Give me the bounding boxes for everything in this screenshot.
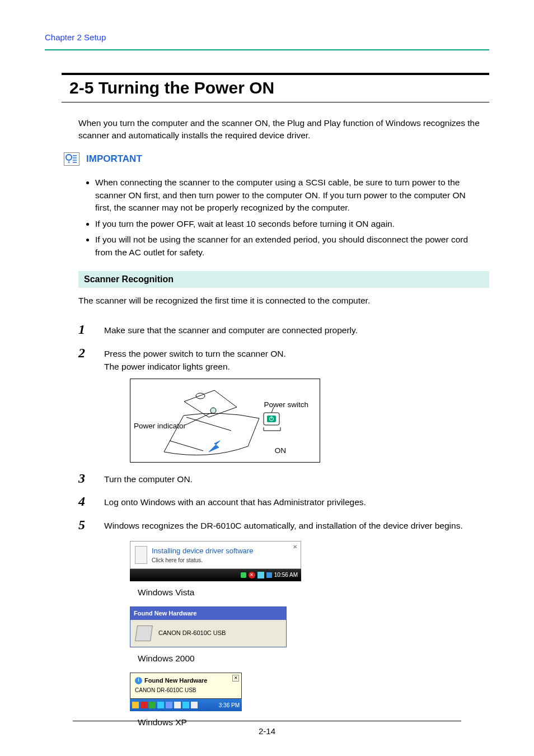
- step-number: 1: [78, 323, 104, 336]
- tray-icon: [174, 702, 181, 708]
- step-body: Windows recognizes the DR-6010C automati…: [104, 519, 463, 532]
- tray-icon: [157, 702, 164, 708]
- breadcrumb[interactable]: Chapter 2 Setup: [45, 32, 106, 42]
- tray-icon: [241, 572, 246, 578]
- diagram-label-power-switch: Power switch: [264, 399, 308, 410]
- tray-icon: [132, 702, 139, 708]
- caption-w2k: Windows 2000: [138, 652, 463, 665]
- close-icon[interactable]: ✕: [232, 675, 239, 682]
- balloon-title: Installing device driver software: [152, 545, 253, 557]
- scanner-diagram: Power indicator Power switch ON: [130, 379, 320, 463]
- system-tray: ✕ 10:56 AM: [130, 569, 301, 581]
- top-divider: [45, 49, 489, 50]
- footer-divider: [73, 721, 461, 721]
- tray-icon: [191, 702, 198, 708]
- step-number: 3: [78, 472, 104, 485]
- dialog-body: CANON DR-6010C USB: [158, 628, 226, 638]
- screenshot-wxp: i Found New Hardware ✕ CANON DR-6010C US…: [130, 673, 242, 712]
- tray-clock: 10:56 AM: [274, 571, 298, 579]
- dialog-title: Found New Hardware: [130, 607, 286, 620]
- tray-icon: [166, 702, 172, 708]
- tray-clock: 3:36 PM: [219, 701, 240, 710]
- diagram-label-on: ON: [275, 445, 286, 456]
- step-body: The power indicator lights green.: [104, 360, 320, 373]
- list-item: If you turn the power OFF, wait at least…: [95, 218, 484, 230]
- screenshot-vista: Installing device driver software Click …: [130, 541, 301, 581]
- balloon-subtitle: Click here for status.: [152, 556, 253, 564]
- system-tray: 3:36 PM: [130, 699, 242, 711]
- section-title-band: 2-5 Turning the Power ON: [62, 73, 489, 102]
- tray-icon: [149, 702, 156, 708]
- svg-point-0: [66, 155, 72, 160]
- important-label: IMPORTANT: [86, 152, 142, 165]
- info-icon: i: [135, 677, 142, 684]
- hardware-icon: [136, 626, 152, 641]
- diagram-label-power-indicator: Power indicator: [134, 421, 186, 432]
- subsection-heading: Scanner Recognition: [78, 271, 489, 288]
- step-number: 5: [78, 518, 104, 531]
- balloon-title: Found New Hardware: [144, 676, 207, 685]
- important-list: When connecting the scanner to the compu…: [62, 174, 489, 259]
- step-body: Turn the computer ON.: [104, 472, 193, 486]
- tray-icon: [257, 572, 264, 578]
- volume-icon: [266, 572, 272, 578]
- tray-icon: [182, 702, 189, 708]
- step-body: Make sure that the scanner and computer …: [104, 323, 358, 337]
- tray-icon: [140, 702, 147, 708]
- caption-vista: Windows Vista: [138, 586, 463, 599]
- step-number: 2: [78, 346, 104, 360]
- page-number: 2-14: [0, 726, 534, 736]
- svg-point-1: [196, 393, 205, 399]
- list-item: If you will not be using the scanner for…: [95, 234, 484, 259]
- screenshot-w2k: Found New Hardware CANON DR-6010C USB: [130, 606, 287, 647]
- step-number: 4: [78, 494, 104, 508]
- important-icon: [64, 152, 79, 166]
- driver-icon: [135, 546, 147, 564]
- step-body: Press the power switch to turn the scann…: [104, 347, 320, 360]
- step-body: Log onto Windows with an account that ha…: [104, 494, 366, 508]
- intro-text: When you turn the computer and the scann…: [62, 102, 489, 142]
- subsection-lead: The scanner will be recognized the first…: [62, 288, 489, 306]
- svg-point-6: [210, 408, 216, 413]
- page-title: 2-5 Turning the Power ON: [69, 78, 274, 97]
- balloon-body: CANON DR-6010C USB: [135, 686, 237, 694]
- close-icon[interactable]: ✕: [293, 543, 297, 551]
- list-item: When connecting the scanner to the compu…: [95, 176, 484, 214]
- tray-icon: ✕: [249, 572, 255, 578]
